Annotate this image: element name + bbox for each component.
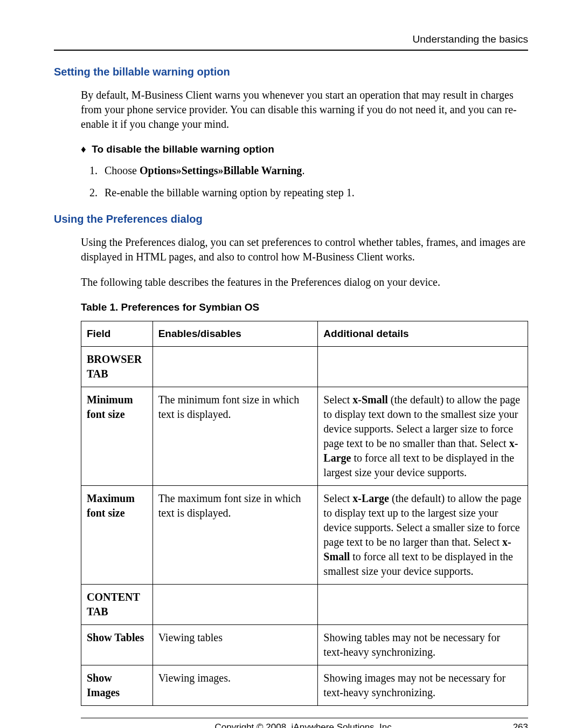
details-text: Select — [323, 492, 352, 504]
step-1-option-path: Options»Settings»Billable Warning — [140, 164, 302, 176]
table-row: BROWSER TAB — [81, 346, 528, 387]
cell-enables: The minimum font size in which text is d… — [153, 387, 318, 485]
footer-rule — [81, 718, 528, 718]
cell-field: CONTENT TAB — [81, 584, 153, 624]
step-1-post: . — [302, 164, 304, 176]
header-field: Field — [81, 321, 153, 346]
cell-details — [318, 346, 528, 387]
procedure-heading-list: To disable the billable warning option — [81, 142, 528, 156]
footer-spacer — [81, 722, 129, 728]
page-footer: Copyright © 2008, iAnywhere Solutions, I… — [81, 722, 528, 728]
header-details: Additional details — [318, 321, 528, 346]
procedure-heading: To disable the billable warning option — [81, 142, 528, 156]
table-caption: Table 1. Preferences for Symbian OS — [81, 300, 528, 314]
cell-details: Select x-Small (the default) to allow th… — [318, 387, 528, 485]
table-header-row: Field Enables/disables Additional detail… — [81, 321, 528, 346]
prefs-paragraph-1: Using the Preferences dialog, you can se… — [81, 235, 528, 264]
cell-field: Minimum font size — [81, 387, 153, 485]
procedure-steps: Choose Options»Settings»Billable Warning… — [81, 163, 528, 200]
intro-paragraph: By default, M-Business Client warns you … — [81, 88, 528, 132]
cell-enables: The maximum font size in which text is d… — [153, 485, 318, 584]
details-bold: x-Small — [352, 394, 388, 406]
cell-details: Showing tables may not be necessary for … — [318, 624, 528, 665]
footer-page-number: 263 — [480, 722, 528, 728]
section-heading-billable: Setting the billable warning option — [54, 65, 528, 79]
table-row: CONTENT TAB — [81, 584, 528, 624]
header-enables: Enables/disables — [153, 321, 318, 346]
cell-details: Select x-Large (the default) to allow th… — [318, 485, 528, 584]
cell-field: Show Tables — [81, 624, 153, 665]
cell-field: Maximum font size — [81, 485, 153, 584]
cell-enables — [153, 584, 318, 624]
preferences-table: Field Enables/disables Additional detail… — [81, 321, 528, 706]
details-text: to force all text to be displayed in the… — [323, 551, 513, 577]
step-1-pre: Choose — [105, 164, 140, 176]
step-1: Choose Options»Settings»Billable Warning… — [100, 163, 528, 178]
prefs-paragraph-2: The following table describes the featur… — [81, 275, 528, 290]
table-row: Minimum font size The minimum font size … — [81, 387, 528, 485]
section-heading-preferences: Using the Preferences dialog — [54, 212, 528, 226]
cell-field: BROWSER TAB — [81, 346, 153, 387]
step-2: Re-enable the billable warning option by… — [100, 186, 528, 200]
table-row: Maximum font size The maximum font size … — [81, 485, 528, 584]
cell-enables: Viewing images. — [153, 665, 318, 705]
details-text: Select — [323, 394, 352, 406]
header-rule — [54, 50, 528, 51]
cell-field: Show Images — [81, 665, 153, 705]
footer-copyright: Copyright © 2008, iAnywhere Solutions, I… — [129, 722, 480, 728]
cell-enables: Viewing tables — [153, 624, 318, 665]
running-header: Understanding the basics — [54, 32, 528, 46]
cell-enables — [153, 346, 318, 387]
table-row: Show Tables Viewing tables Showing table… — [81, 624, 528, 665]
cell-details: Showing images may not be necessary for … — [318, 665, 528, 705]
cell-details — [318, 584, 528, 624]
details-text: to force all text to be displayed in the… — [323, 452, 514, 478]
details-bold: x-Large — [352, 492, 389, 504]
table-row: Show Images Viewing images. Showing imag… — [81, 665, 528, 705]
